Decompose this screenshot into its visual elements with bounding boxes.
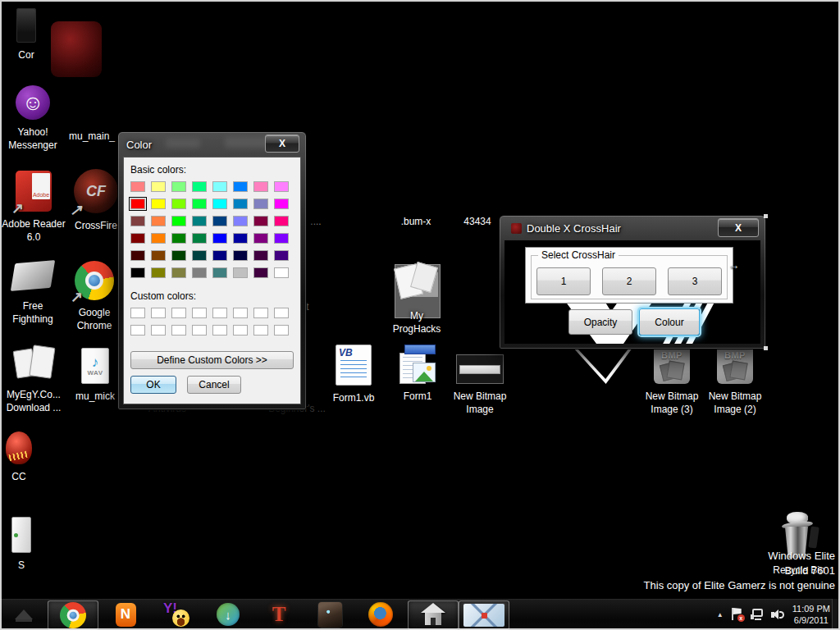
desktop-icon-mu-mick[interactable]: ♪ WAV mu_mick xyxy=(71,348,120,403)
desktop-icon-google-chrome[interactable]: ↗ Google Chrome xyxy=(68,261,121,332)
color-swatch[interactable] xyxy=(274,216,289,226)
color-swatch[interactable] xyxy=(171,267,186,278)
color-swatch[interactable] xyxy=(274,267,289,278)
color-swatch[interactable] xyxy=(130,250,145,261)
color-swatch[interactable] xyxy=(233,216,248,226)
custom-color-swatch[interactable] xyxy=(212,308,227,318)
color-swatch[interactable] xyxy=(151,233,166,244)
start-button[interactable] xyxy=(7,600,41,628)
color-swatch[interactable] xyxy=(212,267,227,278)
desktop-icon-form1-vb[interactable]: VB Form1.vb xyxy=(324,345,383,404)
desktop-icon-43434[interactable]: 43434 xyxy=(456,215,499,228)
custom-color-swatch[interactable] xyxy=(233,325,248,336)
color-swatch[interactable] xyxy=(130,233,145,244)
custom-color-swatch[interactable] xyxy=(192,325,207,336)
desktop-icon-my-proghacks[interactable]: My ProgHacks xyxy=(382,262,451,336)
color-swatch[interactable] xyxy=(253,233,268,244)
color-swatch[interactable] xyxy=(151,267,166,278)
color-swatch[interactable] xyxy=(274,250,289,261)
desktop-icon-new-bitmap-3[interactable]: BMP New Bitmap Image (3) xyxy=(641,345,703,416)
color-swatch[interactable] xyxy=(192,181,207,192)
desktop-icon-yahoo-messenger[interactable]: ☺ Yahoo! Messenger xyxy=(0,85,66,152)
volume-icon[interactable] xyxy=(771,609,785,621)
desktop-icon-myegy[interactable]: MyEgY.Co... Download ... xyxy=(0,345,67,414)
close-button[interactable]: X xyxy=(265,135,299,153)
color-swatch[interactable] xyxy=(192,250,207,261)
color-swatch[interactable] xyxy=(274,199,289,209)
desktop-icon-s[interactable]: S xyxy=(2,517,41,572)
color-swatch[interactable] xyxy=(253,199,268,209)
taskbar-crosshair-app-button[interactable] xyxy=(459,600,509,630)
color-swatch[interactable] xyxy=(151,250,166,261)
desktop-icon-new-bitmap-2[interactable]: BMP New Bitmap Image (2) xyxy=(704,345,766,416)
color-swatch[interactable] xyxy=(171,250,186,261)
color-swatch[interactable] xyxy=(233,199,248,209)
opacity-button[interactable]: Opacity xyxy=(568,309,632,335)
color-swatch[interactable] xyxy=(233,181,248,192)
define-custom-colors-button[interactable]: Define Custom Colors >> xyxy=(130,351,294,369)
taskbar-firefox-button[interactable] xyxy=(364,600,397,628)
custom-color-swatch[interactable] xyxy=(151,325,166,336)
color-swatch[interactable] xyxy=(192,233,207,244)
color-swatch[interactable] xyxy=(192,216,207,226)
crosshair-3-button[interactable]: 3 xyxy=(668,267,722,295)
taskbar-nimbuzz-button[interactable]: N xyxy=(109,600,142,628)
crosshair-titlebar[interactable]: Double X CrossHair X xyxy=(500,216,765,240)
color-swatch[interactable] xyxy=(130,216,145,226)
cancel-button[interactable]: Cancel xyxy=(187,376,241,394)
color-swatch[interactable] xyxy=(171,216,186,226)
desktop-icon-form1[interactable]: Form1 xyxy=(389,345,446,403)
color-swatch[interactable] xyxy=(212,250,227,261)
color-swatch[interactable] xyxy=(253,181,268,192)
color-swatch[interactable] xyxy=(171,199,186,209)
custom-color-swatch[interactable] xyxy=(274,325,289,336)
desktop-icon-new-bitmap[interactable]: New Bitmap Image xyxy=(447,354,513,416)
custom-color-swatch[interactable] xyxy=(253,308,268,318)
desktop-icon-free-fighthing[interactable]: Free Fighthing xyxy=(2,258,64,326)
color-swatch[interactable] xyxy=(274,233,289,244)
colour-button[interactable]: Colour xyxy=(639,308,700,336)
color-swatch[interactable] xyxy=(130,267,145,278)
color-swatch[interactable] xyxy=(212,199,227,209)
custom-color-swatch[interactable] xyxy=(151,308,166,318)
desktop-icon-cc[interactable]: CC xyxy=(0,431,38,483)
tray-clock[interactable]: 11:09 PM 6/9/2011 xyxy=(792,603,830,626)
color-swatch[interactable] xyxy=(151,216,166,226)
color-swatch[interactable] xyxy=(233,233,248,244)
color-swatch[interactable] xyxy=(151,199,166,209)
show-desktop-button[interactable] xyxy=(832,599,840,630)
custom-color-swatch[interactable] xyxy=(192,308,207,318)
custom-color-swatch[interactable] xyxy=(233,308,248,318)
taskbar-trillian-button[interactable]: T xyxy=(262,600,295,628)
color-swatch[interactable] xyxy=(253,267,268,278)
color-swatch[interactable] xyxy=(192,267,207,278)
crosshair-1-button[interactable]: 1 xyxy=(536,267,591,295)
color-swatch[interactable] xyxy=(130,181,145,192)
custom-color-swatch[interactable] xyxy=(130,325,145,336)
taskbar-chrome-button[interactable] xyxy=(48,600,98,630)
color-swatch[interactable] xyxy=(151,181,166,192)
desktop-icon-adobe-reader[interactable]: Adobe ↗ Adobe Reader 6.0 xyxy=(0,171,67,244)
color-swatch[interactable] xyxy=(233,267,248,278)
desktop-icon-crossfire[interactable]: CF ↗ CrossFire xyxy=(67,169,125,232)
color-swatch[interactable] xyxy=(253,250,268,261)
crosshair-2-button[interactable]: 2 xyxy=(602,267,656,295)
close-button[interactable]: X xyxy=(718,218,759,237)
custom-color-swatch[interactable] xyxy=(171,308,186,318)
desktop-icon-maroon-app[interactable] xyxy=(48,21,105,83)
custom-color-swatch[interactable] xyxy=(171,325,186,336)
color-dialog-titlebar[interactable]: Color X xyxy=(118,132,306,157)
action-center-icon[interactable]: x xyxy=(731,608,743,621)
color-swatch[interactable] xyxy=(274,181,289,192)
color-swatch[interactable] xyxy=(130,199,145,209)
show-hidden-icons-button[interactable]: ▲ xyxy=(717,611,724,619)
color-swatch[interactable] xyxy=(192,199,207,209)
color-swatch[interactable] xyxy=(212,233,227,244)
ok-button[interactable]: OK xyxy=(130,376,176,394)
color-swatch[interactable] xyxy=(253,216,268,226)
custom-color-swatch[interactable] xyxy=(274,308,289,318)
taskbar-yahoo-button[interactable]: Y! xyxy=(160,600,193,628)
taskbar-game-button[interactable] xyxy=(313,600,346,628)
network-icon[interactable] xyxy=(751,609,764,620)
custom-color-swatch[interactable] xyxy=(212,325,227,336)
